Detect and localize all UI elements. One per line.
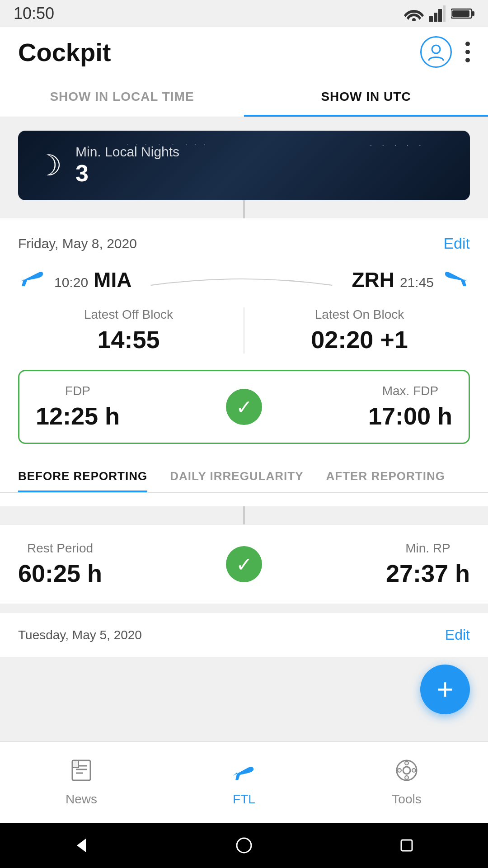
fdp-box: FDP 12:25 h ✓ Max. FDP 17:00 h: [18, 370, 470, 444]
sub-tab-daily-irregularity[interactable]: DAILY IRREGULARITY: [170, 460, 303, 492]
flight-info: 10:20 MIA ZRH 21:45: [54, 268, 434, 292]
off-block-time: 14:55: [97, 326, 160, 354]
max-fdp-label: Max. FDP: [382, 384, 438, 398]
block-times: Latest Off Block 14:55 Latest On Block 0…: [18, 307, 470, 354]
svg-rect-22: [401, 840, 412, 851]
status-icons: [404, 5, 474, 22]
max-fdp-col: Max. FDP 17:00 h: [368, 384, 452, 430]
min-rp-label: Min. RP: [405, 541, 450, 556]
sub-tab-after-reporting[interactable]: AFTER REPORTING: [326, 460, 445, 492]
svg-point-0: [412, 18, 416, 21]
rest-period-box: Rest Period 60:25 h ✓ Min. RP 27:37 h: [0, 524, 488, 604]
svg-point-16: [405, 761, 408, 765]
block-divider: [244, 307, 244, 354]
on-block-col: Latest On Block 02:20 +1: [249, 307, 470, 354]
app-header: Cockpit: [0, 27, 488, 77]
min-rp-col: Min. RP 27:37 h: [386, 541, 470, 587]
stars-decoration: · · · · · · · ·: [127, 140, 206, 149]
svg-point-17: [405, 776, 408, 779]
sub-tabs: BEFORE REPORTING DAILY IRREGULARITY AFTE…: [0, 460, 488, 493]
rest-period-label: Rest Period: [27, 541, 93, 556]
back-button[interactable]: [72, 836, 90, 854]
rest-check-icon: ✓: [226, 546, 262, 582]
sub-tab-before-reporting[interactable]: BEFORE REPORTING: [18, 460, 147, 492]
content-area: ☽ Min. Local Nights 3 · · · · · · · · Fr…: [0, 131, 488, 783]
tab-local-time[interactable]: SHOW IN LOCAL TIME: [0, 77, 244, 117]
nav-label-news: News: [66, 792, 97, 807]
next-card-preview: Tuesday, May 5, 2020 Edit: [0, 613, 488, 657]
svg-point-21: [237, 838, 251, 853]
time-tabs: SHOW IN LOCAL TIME SHOW IN UTC: [0, 77, 488, 117]
arrival-time: 21:45: [400, 275, 434, 290]
flight-card: Friday, May 8, 2020 Edit 10:20 MIA: [0, 218, 488, 506]
rest-period-col: Rest Period 60:25 h: [18, 541, 102, 587]
menu-dot: [465, 42, 470, 46]
night-count: 3: [75, 160, 179, 187]
menu-dot: [465, 50, 470, 54]
svg-rect-6: [472, 11, 474, 16]
svg-rect-1: [429, 16, 433, 22]
departure-info: 10:20 MIA: [54, 268, 131, 292]
connector-line-2: [243, 506, 245, 524]
rest-period-value: 60:25 h: [18, 559, 102, 587]
android-nav-bar: [0, 823, 488, 868]
status-time: 10:50: [14, 4, 54, 23]
next-card-edit-button[interactable]: Edit: [445, 627, 470, 643]
menu-dot: [465, 58, 470, 62]
svg-marker-20: [77, 839, 86, 852]
fdp-label: FDP: [65, 384, 90, 398]
off-block-col: Latest Off Block 14:55: [18, 307, 239, 354]
nav-item-tools[interactable]: Tools: [325, 742, 488, 823]
nav-label-tools: Tools: [392, 792, 421, 807]
on-block-label: Latest On Block: [315, 307, 404, 322]
night-text: Min. Local Nights 3: [75, 144, 179, 187]
signal-icon: [429, 5, 446, 22]
svg-rect-3: [438, 9, 442, 22]
svg-point-19: [412, 769, 416, 772]
nav-item-ftl[interactable]: FTL: [163, 742, 325, 823]
svg-rect-2: [434, 13, 437, 22]
svg-point-15: [403, 767, 410, 774]
recents-button[interactable]: [398, 836, 416, 854]
edit-button[interactable]: Edit: [443, 235, 470, 252]
ftl-icon: [231, 759, 257, 788]
tab-utc[interactable]: SHOW IN UTC: [244, 77, 488, 117]
svg-point-8: [432, 45, 440, 53]
flight-route-row: 10:20 MIA ZRH 21:45: [18, 266, 470, 294]
home-button[interactable]: [235, 836, 253, 854]
svg-point-18: [398, 769, 401, 772]
off-block-label: Latest Off Block: [84, 307, 173, 322]
night-banner: ☽ Min. Local Nights 3 · · · · · · · ·: [18, 131, 470, 200]
svg-rect-13: [72, 760, 79, 768]
wifi-icon: [404, 6, 424, 21]
next-card-date: Tuesday, May 5, 2020: [18, 628, 142, 642]
route-arc: [141, 271, 343, 289]
add-button[interactable]: +: [420, 665, 470, 714]
max-fdp-value: 17:00 h: [368, 402, 452, 430]
arrival-info: ZRH 21:45: [352, 268, 434, 292]
card-date: Friday, May 8, 2020: [18, 236, 137, 251]
departure-time: 10:20: [54, 275, 88, 290]
news-icon: [70, 759, 93, 788]
on-block-time: 02:20 +1: [311, 326, 408, 354]
nav-item-news[interactable]: News: [0, 742, 163, 823]
profile-button[interactable]: [420, 36, 452, 68]
card-header: Friday, May 8, 2020 Edit: [18, 235, 470, 252]
svg-rect-7: [452, 10, 469, 17]
takeoff-icon: [18, 266, 45, 294]
departure-airport: MIA: [94, 268, 131, 292]
moon-icon: ☽: [36, 149, 62, 182]
battery-icon: [451, 7, 474, 20]
landing-icon: [443, 266, 470, 294]
svg-rect-4: [443, 5, 446, 22]
fdp-col: FDP 12:25 h: [36, 384, 120, 430]
fdp-value: 12:25 h: [36, 402, 120, 430]
min-rp-value: 27:37 h: [386, 559, 470, 587]
bottom-navigation: News FTL Tools: [0, 741, 488, 823]
tools-icon: [395, 759, 418, 788]
arrival-airport: ZRH: [352, 268, 394, 292]
app-title: Cockpit: [18, 38, 111, 67]
more-menu-button[interactable]: [465, 42, 470, 62]
connector-line: [243, 200, 245, 218]
nav-label-ftl: FTL: [233, 792, 255, 807]
